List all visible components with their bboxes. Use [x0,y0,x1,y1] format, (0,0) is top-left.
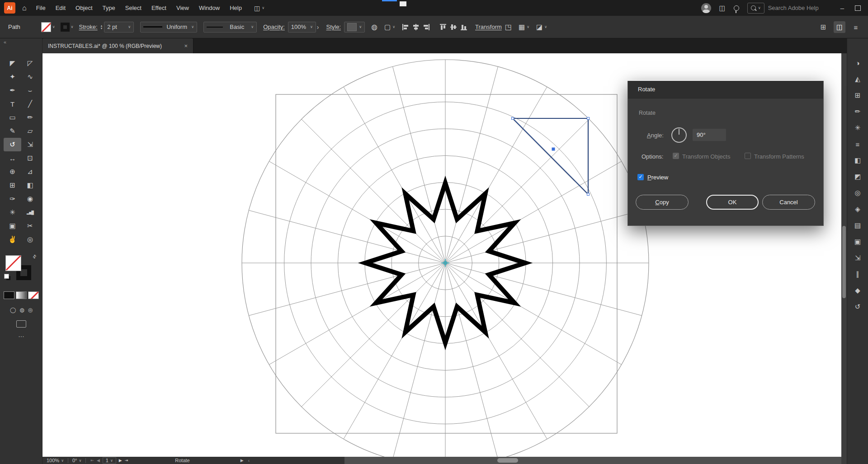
style-dropdown[interactable]: ∨ [344,22,365,33]
vertical-scrollbar[interactable] [841,53,847,457]
tool-column-graph[interactable]: ▂▅█ [21,206,39,219]
transform-link[interactable]: Transform [475,23,502,30]
menu-effect[interactable]: Effect [146,0,171,16]
tool-lasso[interactable]: ∿ [21,70,39,84]
minimize-button[interactable]: – [840,4,844,12]
draw-normal-icon[interactable]: ◯ [10,307,16,313]
gradient-mode-button[interactable] [16,291,27,299]
stroke-weight-stepper[interactable]: ▴ ▾ [101,24,103,30]
app-logo-icon[interactable]: Ai [4,2,15,14]
tool-pencil[interactable]: ✎ [4,124,21,138]
menu-file[interactable]: File [31,0,51,16]
collapse-panel-icon[interactable]: « [4,39,6,45]
horizontal-scrollbar-thumb[interactable] [497,458,518,463]
discover-icon[interactable] [734,5,739,11]
graphic-styles-dropdown[interactable]: ◪ ∨ [536,23,547,31]
panel-stroke-icon[interactable]: ≡ [847,136,868,152]
menu-object[interactable]: Object [71,0,98,16]
next-artboard-icon[interactable]: ▶ [119,458,122,463]
panel-pattern-options-icon[interactable]: ◆ [847,282,868,299]
align-vertical-top-icon[interactable] [439,23,447,31]
arrange-documents-icon[interactable]: ◫ [719,4,726,12]
menu-select[interactable]: Select [120,0,146,16]
home-icon[interactable]: ⌂ [22,4,27,12]
vertical-scrollbar-thumb[interactable] [842,226,846,298]
isolate-mode-icon[interactable]: ◳ [505,23,512,31]
opacity-link[interactable]: Opacity: [263,23,285,30]
draw-inside-icon[interactable]: ◎ [28,307,33,313]
panel-color-guide-icon[interactable]: ◭ [847,71,868,87]
opacity-flyout-arrow[interactable]: › [317,23,319,31]
align-horizontal-right-icon[interactable] [423,23,430,31]
tool-mesh[interactable]: ⊞ [4,178,21,192]
stroke-color-control[interactable]: ∨ [61,23,74,32]
menu-help[interactable]: Help [225,0,247,16]
panel-gradient-icon[interactable]: ◧ [847,152,868,169]
align-vertical-bottom-icon[interactable] [460,23,467,31]
align-vertical-middle-icon[interactable] [450,23,457,31]
panel-asset-export-icon[interactable]: ⇲ [847,250,868,266]
none-mode-button[interactable] [28,291,39,299]
tool-width[interactable]: ↔ [4,151,21,165]
panel-color-icon[interactable]: ◑ [847,55,868,71]
fill-color-control[interactable]: ∨ [41,22,55,32]
panel-swatches-icon[interactable]: ⊞ [847,87,868,103]
status-back-icon[interactable]: ‹ [248,458,250,463]
tool-selection[interactable]: ◤ [4,56,21,70]
panel-symbols-icon[interactable]: ✳ [847,120,868,136]
zoom-level-dropdown[interactable]: 100% ∨ [42,458,68,463]
help-search-button[interactable]: ∨ [747,3,764,14]
artboard-number-dropdown[interactable]: 1 ∨ [103,457,116,464]
control-bar-menu-icon[interactable]: ≡ [850,21,862,33]
draw-behind-icon[interactable]: ◍ [19,307,24,313]
recolor-artwork-icon[interactable]: ◍ [371,23,377,31]
tool-symbol-sprayer[interactable]: ✳ [4,206,21,219]
transform-objects-checkbox[interactable]: ✓ [673,153,679,159]
last-artboard-icon[interactable]: ⇥ [125,458,128,463]
tool-pen[interactable]: ✒ [4,84,21,97]
tool-scale[interactable]: ⇲ [21,138,39,151]
preview-checkbox[interactable]: ✓ [637,174,644,180]
tool-type[interactable]: T [4,97,21,111]
angle-input[interactable]: 90° [693,129,726,141]
document-tab[interactable]: INSTRUCTABLES.ai* @ 100 % (RGB/Preview) … [42,38,193,53]
select-similar-dropdown[interactable]: ▦ ∨ [519,23,529,31]
tool-gradient[interactable]: ◧ [21,178,39,192]
brush-dropdown[interactable]: Basic ∨ [203,22,257,33]
tool-eraser[interactable]: ▱ [21,124,39,138]
dialog-title[interactable]: Rotate [628,81,823,98]
color-mode-button[interactable] [4,291,14,299]
tool-paintbrush[interactable]: ✏ [21,111,39,124]
tool-rotate[interactable]: ↺ [4,138,21,151]
panel-align-icon[interactable]: ∥ [847,266,868,282]
align-horizontal-left-icon[interactable] [402,23,409,31]
tool-zoom[interactable]: ◎ [21,233,39,246]
transform-patterns-checkbox[interactable] [745,153,751,159]
tool-curvature[interactable]: ⌣ [21,84,39,97]
ok-button[interactable]: OK [706,195,759,210]
account-avatar[interactable] [701,3,711,13]
edit-toolbar-icon[interactable]: … [0,331,42,338]
panel-appearance-icon[interactable]: ◎ [847,185,868,201]
copy-button[interactable]: Copy [636,195,689,210]
swap-fill-stroke-icon[interactable]: ⇄ [31,253,38,260]
menu-view[interactable]: View [171,0,194,16]
panel-history-icon[interactable]: ↺ [847,299,868,315]
previous-artboard-icon[interactable]: ◀ [97,458,100,463]
menu-window[interactable]: Window [194,0,225,16]
menu-edit[interactable]: Edit [51,0,71,16]
panel-graphic-styles-icon[interactable]: ◈ [847,201,868,217]
menu-type[interactable]: Type [98,0,120,16]
panel-brushes-icon[interactable]: ✏ [847,103,868,120]
stroke-weight-dropdown[interactable]: 2 pt ∨ [104,22,134,33]
tool-rectangle[interactable]: ▭ [4,111,21,124]
tool-shape-builder[interactable]: ⊕ [4,165,21,178]
search-placeholder[interactable]: Search Adobe Help [768,5,819,11]
tool-free-transform[interactable]: ⊡ [21,151,39,165]
workspace-grid-icon[interactable]: ⊞ [817,21,829,33]
angle-dial[interactable] [671,127,687,143]
fill-indicator[interactable] [5,255,21,271]
tool-artboard[interactable]: ▣ [4,219,21,233]
tool-perspective-grid[interactable]: ⊿ [21,165,39,178]
stroke-panel-link[interactable]: Stroke: [79,23,97,30]
